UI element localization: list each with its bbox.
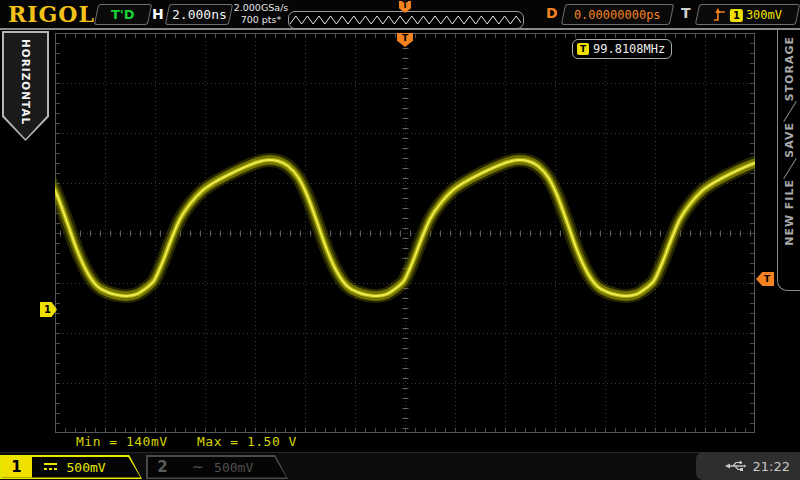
sample-rate: 2.000GSa/s — [233, 2, 289, 14]
menu-item-storage[interactable]: STORAGE — [783, 30, 796, 107]
trigger-level-marker-icon[interactable]: T — [756, 272, 774, 286]
channel2-scale: 500mV — [214, 460, 253, 475]
trigger-status-label: T'D — [111, 7, 135, 22]
max-measurement: Max = 1.50 V — [197, 434, 297, 449]
memory-waveform-icon — [289, 13, 521, 27]
memory-position-bar — [288, 11, 524, 29]
right-menu: STORAGE SAVE NEW FILE — [777, 30, 800, 291]
horizontal-menu-tab-label: HORIZONTAL — [20, 39, 32, 125]
min-measurement: Min = 140mV — [76, 434, 168, 449]
status-panel: 21:22 — [696, 452, 800, 480]
frequency-counter-badge: T 99.8108MHz — [572, 39, 672, 59]
delay-button[interactable]: 0.00000000ps — [561, 4, 674, 25]
trigger-settings-button[interactable]: 1 300mV — [695, 4, 800, 25]
frequency-counter-value: 99.8108MHz — [593, 42, 665, 56]
acquisition-info: 2.000GSa/s 700 pts* — [233, 2, 289, 26]
trigger-level-value: 300mV — [746, 8, 782, 22]
oscilloscope-screen: RIGOL T'D H 2.000ns 2.000GSa/s 700 pts* … — [0, 0, 800, 480]
bottom-status-bar: 1 500mV 2 ~ 500mV — [0, 452, 800, 480]
trigger-status-badge: T'D — [94, 4, 152, 25]
horizontal-label: H — [152, 6, 164, 22]
rigol-logo: RIGOL — [8, 1, 95, 27]
freq-counter-trigger-icon: T — [577, 43, 589, 55]
usb-icon — [725, 459, 747, 473]
timebase-value: 2.000ns — [172, 7, 227, 22]
horizontal-menu-tab-face: HORIZONTAL — [4, 33, 47, 139]
rising-edge-icon — [713, 8, 727, 22]
trigger-source-badge: 1 — [730, 8, 743, 21]
trigger-label: T — [681, 5, 691, 21]
delay-label: D — [546, 5, 558, 21]
horizontal-menu-tab[interactable]: HORIZONTAL — [2, 31, 49, 141]
menu-item-new-file[interactable]: NEW FILE — [783, 173, 796, 252]
memory-depth: 700 pts* — [233, 14, 289, 26]
timebase-button[interactable]: 2.000ns — [165, 4, 233, 25]
dc-coupling-icon — [44, 463, 57, 471]
channel1-scale: 500mV — [67, 460, 106, 475]
delay-value: 0.00000000ps — [574, 8, 661, 22]
channel2-number: 2 — [148, 457, 178, 478]
channel1-number: 1 — [2, 457, 32, 478]
clock: 21:22 — [753, 459, 790, 474]
menu-item-save[interactable]: SAVE — [783, 116, 796, 164]
ac-coupling-icon: ~ — [192, 462, 205, 472]
waveform-display — [55, 33, 755, 433]
